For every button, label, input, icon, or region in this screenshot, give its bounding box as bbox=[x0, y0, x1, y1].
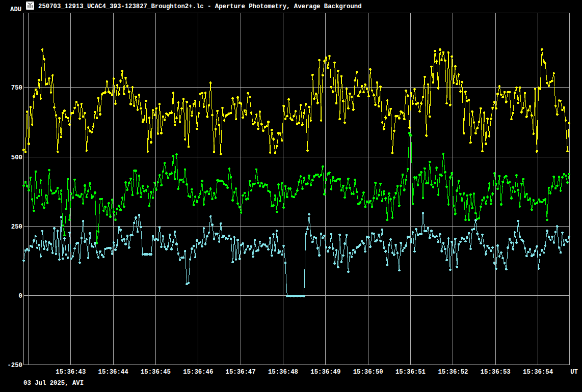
svg-text:15:36:52: 15:36:52 bbox=[438, 369, 468, 376]
svg-text:15:36:43: 15:36:43 bbox=[56, 369, 86, 376]
svg-text:15:36:50: 15:36:50 bbox=[353, 369, 383, 376]
svg-text:15:36:44: 15:36:44 bbox=[98, 369, 129, 376]
svg-text:15:36:54: 15:36:54 bbox=[523, 369, 553, 376]
svg-text:15:36:47: 15:36:47 bbox=[226, 369, 256, 376]
svg-text:15:36:45: 15:36:45 bbox=[141, 369, 171, 376]
svg-text:15:36:46: 15:36:46 bbox=[183, 369, 213, 376]
svg-text:ADU: ADU bbox=[10, 6, 21, 13]
svg-text:0: 0 bbox=[19, 293, 22, 300]
svg-text:250: 250 bbox=[11, 223, 22, 231]
svg-text:03 Jul 2025, AVI: 03 Jul 2025, AVI bbox=[23, 380, 84, 387]
svg-text:UT: UT bbox=[570, 369, 578, 376]
svg-text:15:36:51: 15:36:51 bbox=[395, 369, 426, 376]
svg-text:15:36:49: 15:36:49 bbox=[310, 369, 340, 376]
svg-text:500: 500 bbox=[11, 154, 22, 161]
svg-text:250703_12913_UCAC4_393-123827_: 250703_12913_UCAC4_393-123827_Broughton2… bbox=[38, 3, 362, 10]
svg-text:-250: -250 bbox=[7, 362, 22, 369]
svg-text:15:36:48: 15:36:48 bbox=[268, 369, 298, 376]
svg-text:15:36:53: 15:36:53 bbox=[481, 369, 511, 376]
svg-text:750: 750 bbox=[11, 85, 22, 92]
